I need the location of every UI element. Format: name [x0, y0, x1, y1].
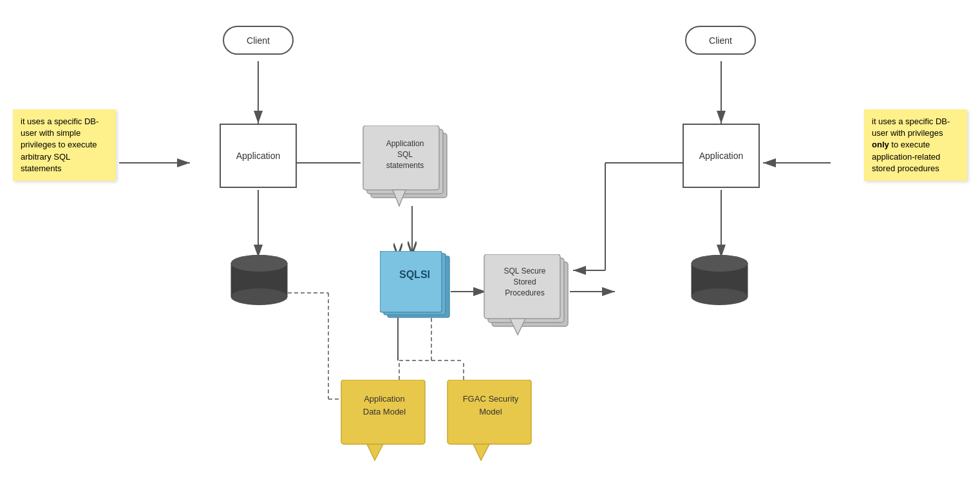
svg-point-41 [231, 255, 288, 272]
client-left: Client [223, 26, 294, 55]
sticky-right-text: it uses a specific DB-user with privileg… [872, 117, 950, 173]
app-box-left: Application [220, 124, 297, 188]
database-left: Database [229, 254, 290, 318]
app-data-label: ApplicationData Model [343, 393, 426, 418]
app-box-right: Application [683, 124, 760, 188]
sql-stored-label: SQL SecureStoredProcedures [489, 266, 560, 298]
client-right: Client [685, 26, 756, 55]
app-sql-doc: ApplicationSQLstatements [361, 126, 457, 215]
svg-point-44 [692, 288, 748, 305]
sqlsi-label: SQLSI [384, 269, 446, 281]
svg-point-45 [692, 255, 748, 272]
client-right-label: Client [709, 35, 732, 46]
svg-marker-37 [473, 444, 489, 460]
app-left-label: Application [236, 151, 281, 161]
database-left-label: Database [241, 308, 278, 318]
database-right: Database [689, 254, 750, 318]
fgac-doc: FGAC SecurityModel [441, 380, 541, 466]
sticky-note-left: it uses a specific DB-user with simple p… [13, 109, 116, 181]
diagram-container: it uses a specific DB-user with simple p… [0, 0, 980, 486]
fgac-label: FGAC SecurityModel [449, 393, 532, 418]
svg-point-40 [231, 288, 288, 305]
client-left-label: Client [247, 35, 270, 46]
sticky-note-right: it uses a specific DB-user with privileg… [864, 109, 967, 181]
sticky-left-text: it uses a specific DB-user with simple p… [21, 117, 99, 173]
app-data-doc: ApplicationData Model [335, 380, 435, 466]
svg-rect-29 [380, 251, 442, 312]
app-right-label: Application [699, 151, 744, 161]
database-right-label: Database [701, 308, 739, 318]
svg-marker-35 [367, 444, 383, 460]
sql-stored-doc: SQL SecureStoredProcedures [482, 254, 577, 344]
app-sql-label: ApplicationSQLstatements [370, 138, 440, 171]
sqlsi-box: SQLSI [380, 251, 457, 322]
